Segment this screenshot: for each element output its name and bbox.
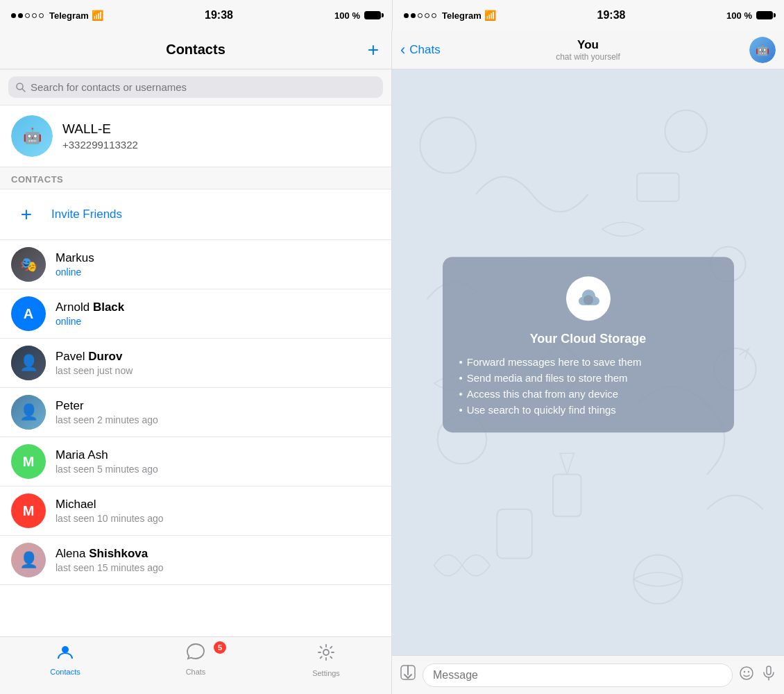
contact-status-michael: last seen 10 minutes ago xyxy=(56,513,164,524)
back-label: Chats xyxy=(409,43,440,57)
profile-phone: +332299113322 xyxy=(62,139,138,151)
contact-avatar-markus: 🎭 xyxy=(11,247,46,282)
right-battery-group: 100 % xyxy=(726,10,773,21)
contact-avatar-arnold: A xyxy=(11,296,46,331)
rdot1 xyxy=(404,13,409,18)
right-nav-center: You chat with yourself xyxy=(556,38,620,62)
contact-item-arnold[interactable]: A Arnold Black online xyxy=(0,289,391,339)
cloud-chat-icon xyxy=(576,286,601,311)
contact-item-pavel[interactable]: 👤 Pavel Durov last seen just now xyxy=(0,339,391,388)
dot5 xyxy=(39,13,44,18)
contact-item-michael[interactable]: M Michael last seen 10 minutes ago xyxy=(0,486,391,536)
chat-input-bar xyxy=(392,655,784,694)
contact-name-alena: Alena Shishkova xyxy=(56,547,164,561)
contact-item-alena[interactable]: 👤 Alena Shishkova last seen 15 minutes a… xyxy=(0,536,391,585)
cloud-storage-card: Your Cloud Storage Forward messages here… xyxy=(443,257,734,432)
contacts-section-header: CONTACTS xyxy=(0,167,391,189)
wifi-icon-right: 📶 xyxy=(484,10,496,21)
search-icon xyxy=(15,82,26,93)
contacts-list: 🤖 WALL-E +332299113322 CONTACTS + Invite… xyxy=(0,105,391,636)
contact-avatar-pavel: 👤 xyxy=(11,346,46,380)
rdot4 xyxy=(425,13,429,18)
cloud-bullet-1: Forward messages here to save them xyxy=(459,356,717,368)
back-to-chats-button[interactable]: ‹ Chats xyxy=(400,41,441,59)
invite-label: Invite Friends xyxy=(51,208,122,221)
contact-status-arnold: online xyxy=(56,316,124,327)
search-container[interactable] xyxy=(8,76,383,98)
left-time: 19:38 xyxy=(205,9,233,22)
rdot5 xyxy=(432,13,436,18)
contact-status-markus: online xyxy=(56,266,94,278)
search-bar xyxy=(0,69,391,105)
main-content: Contacts + 🤖 WALL-E +33229 xyxy=(0,31,784,694)
svg-point-16 xyxy=(748,670,749,672)
chat-avatar[interactable]: 🤖 xyxy=(749,37,776,63)
left-panel: Contacts + 🤖 WALL-E +33229 xyxy=(0,31,392,694)
dot4 xyxy=(32,13,37,18)
contact-info-arnold: Arnold Black online xyxy=(56,301,124,327)
contact-avatar-maria: M xyxy=(11,444,46,479)
svg-rect-10 xyxy=(553,474,581,516)
profile-name: WALL-E xyxy=(62,121,138,137)
attach-button[interactable] xyxy=(399,663,417,686)
dot1 xyxy=(11,13,16,18)
chats-tab-icon xyxy=(186,643,205,666)
status-left-group: Telegram 📶 xyxy=(11,10,103,21)
settings-tab-icon xyxy=(316,643,336,667)
wifi-icon: 📶 xyxy=(92,10,103,21)
dot3 xyxy=(25,13,30,18)
contacts-nav-bar: Contacts + xyxy=(0,31,391,69)
chat-sub: chat with yourself xyxy=(556,52,620,62)
chat-avatar-inner: 🤖 xyxy=(749,37,776,63)
svg-point-4 xyxy=(665,110,707,153)
cloud-bullets: Forward messages here to save them Send … xyxy=(459,356,717,416)
tab-bar: Contacts 5 Chats Settings xyxy=(0,636,391,694)
contact-info-michael: Michael last seen 10 minutes ago xyxy=(56,498,164,524)
contact-info-markus: Markus online xyxy=(56,251,94,278)
signal-dots xyxy=(11,13,44,18)
cloud-bullet-3: Access this chat from any device xyxy=(459,388,717,400)
carrier-label: Telegram xyxy=(49,10,89,21)
svg-point-14 xyxy=(740,667,753,679)
svg-rect-17 xyxy=(767,666,771,675)
svg-point-11 xyxy=(633,555,683,604)
profile-avatar: 🤖 xyxy=(11,115,53,157)
svg-point-1 xyxy=(62,646,69,653)
contact-name-pavel: Pavel Durov xyxy=(56,350,133,364)
contact-status-pavel: last seen just now xyxy=(56,365,133,376)
contact-status-maria: last seen 5 minutes ago xyxy=(56,464,158,475)
cloud-bullet-2: Send media and files to store them xyxy=(459,372,717,384)
rdot2 xyxy=(411,13,416,18)
signal-dots-right xyxy=(404,13,436,18)
contact-name-michael: Michael xyxy=(56,498,164,511)
add-contact-button[interactable]: + xyxy=(368,40,379,60)
tab-contacts[interactable]: Contacts xyxy=(0,643,130,676)
emoji-button[interactable] xyxy=(738,665,755,686)
contact-item-markus[interactable]: 🎭 Markus online xyxy=(0,240,391,289)
battery-icon-right xyxy=(756,11,773,19)
chats-tab-label: Chats xyxy=(186,668,206,676)
profile-section: 🤖 WALL-E +332299113322 xyxy=(0,105,391,167)
right-time: 19:38 xyxy=(597,9,626,22)
contact-info-pavel: Pavel Durov last seen just now xyxy=(56,350,133,376)
dot2 xyxy=(18,13,23,18)
svg-rect-5 xyxy=(637,174,679,201)
tab-chats[interactable]: 5 Chats xyxy=(130,643,261,676)
contact-item-maria[interactable]: M Maria Ash last seen 5 minutes ago xyxy=(0,437,391,486)
contact-name-peter: Peter xyxy=(56,399,158,413)
search-input[interactable] xyxy=(31,81,376,93)
chat-name: You xyxy=(577,38,599,52)
svg-point-2 xyxy=(323,650,329,655)
contact-avatar-michael: M xyxy=(11,493,46,528)
svg-point-15 xyxy=(744,670,745,672)
invite-friends-item[interactable]: + Invite Friends xyxy=(0,189,391,240)
tab-settings[interactable]: Settings xyxy=(261,643,391,677)
battery-percent-left: 100 % xyxy=(334,10,360,21)
message-input[interactable] xyxy=(423,663,733,687)
invite-plus-icon: + xyxy=(11,199,42,230)
chat-background: Your Cloud Storage Forward messages here… xyxy=(392,69,784,655)
contact-item-peter[interactable]: 👤 Peter last seen 2 minutes ago xyxy=(0,388,391,437)
contact-name-maria: Maria Ash xyxy=(56,448,158,462)
mic-button[interactable] xyxy=(760,665,777,686)
contact-info-alena: Alena Shishkova last seen 15 minutes ago xyxy=(56,547,164,573)
